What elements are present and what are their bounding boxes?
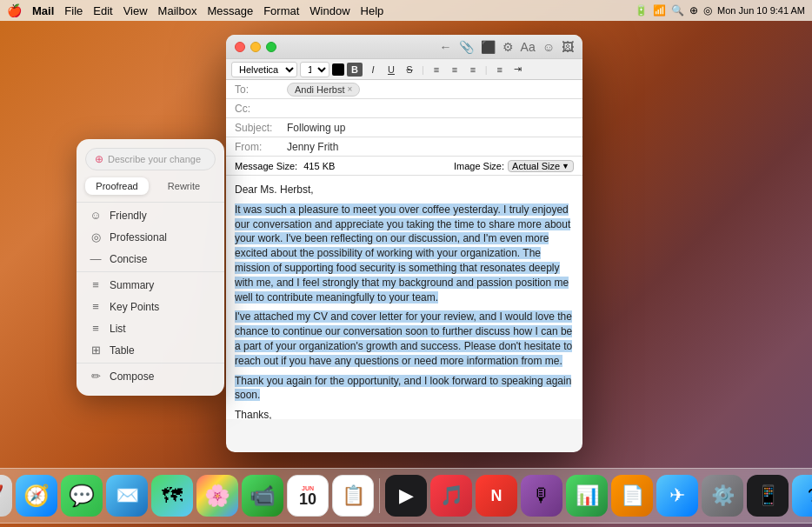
strikethrough-btn[interactable]: S [402,63,417,77]
selected-text-para2: I've attached my CV and cover letter for… [235,310,572,366]
ai-search-icon: ⊕ [95,153,103,165]
image-size-container: Image Size: Actual Size ▼ [454,160,574,172]
dock-item-calendar[interactable]: JUN 10 [287,475,329,517]
dock-item-numbers[interactable]: 📊 [566,475,608,517]
ai-item-label-concise: Concise [110,253,147,265]
menu-edit[interactable]: Edit [93,4,112,17]
compose-icon: ✏ [89,370,103,383]
color-swatch[interactable] [332,63,344,76]
desktop: 🍎 Mail File Edit View Mailbox Message Fo… [0,0,812,527]
close-button[interactable] [235,42,245,52]
compose-window: ← 📎 ⬛ ⚙ Aa ☺ 🖼 Helvetica 12 B I U S | ≡ [226,35,582,452]
dock-item-music[interactable]: 🎵 [430,475,472,517]
ai-item-table[interactable]: ⊞ Table [77,339,224,361]
maximize-button[interactable] [266,42,276,52]
dock-item-podcasts[interactable]: 🎙 [521,475,562,517]
siri-icon[interactable]: ◎ [703,4,712,17]
selected-text-para1: It was such a pleasure to meet you over … [235,203,570,304]
menubar: 🍎 Mail File Edit View Mailbox Message Fo… [0,0,812,21]
bold-btn[interactable]: B [347,63,363,77]
from-label: From: [235,141,287,153]
ai-item-friendly[interactable]: ☺ Friendly [77,204,224,226]
email-greeting: Dear Ms. Herbst, [235,183,574,197]
list-icon: ≡ [89,322,103,335]
message-size-text: Message Size: 415 KB [235,161,335,171]
dock-item-messages[interactable]: 💬 [61,475,103,517]
emoji-btn[interactable]: ☺ [542,40,555,54]
ai-item-label-table: Table [110,344,135,357]
dock-item-maps[interactable]: 🗺 [151,475,193,517]
italic-btn[interactable]: I [365,63,381,77]
app-name[interactable]: Mail [32,4,54,17]
list-btn[interactable]: ≡ [492,63,508,77]
recipient-tag[interactable]: Andi Herbst [287,83,360,97]
dock-item-appletv[interactable]: ▶ [385,475,427,517]
format-bar: Helvetica 12 B I U S | ≡ ≡ ≡ | ≡ ⇥ [226,59,582,80]
search-icon[interactable]: 🔍 [671,4,684,17]
message-size-label: Message Size: [235,161,297,171]
panel-btn[interactable]: ⬛ [481,40,496,54]
ai-item-concise[interactable]: — Concise [77,248,224,270]
subject-row: Subject: Following up [226,118,582,137]
tab-rewrite[interactable]: Rewrite [152,177,216,195]
dock-item-photos[interactable]: 🌸 [196,475,238,517]
battery-icon: 🔋 [635,4,648,17]
table-icon: ⊞ [89,344,103,357]
menu-view[interactable]: View [123,4,148,17]
align-center-btn[interactable]: ≡ [447,63,463,77]
attach-btn[interactable]: 📎 [459,40,474,54]
indent-btn[interactable]: ⇥ [510,63,526,77]
tab-proofread[interactable]: Proofread [85,177,149,195]
dock-item-unknown[interactable]: ? [792,475,812,517]
font-size-select[interactable]: 12 [300,62,329,77]
email-body[interactable]: Dear Ms. Herbst, It was such a pleasure … [226,176,582,419]
align-right-btn[interactable]: ≡ [465,63,481,77]
minimize-button[interactable] [250,42,261,52]
font-select[interactable]: Helvetica [231,62,297,77]
ai-item-keypoints[interactable]: ≡ Key Points [77,296,224,317]
settings-btn[interactable]: ⚙ [503,40,514,54]
menu-help[interactable]: Help [361,4,384,17]
image-size-label: Image Size: [454,161,504,171]
back-btn[interactable]: ← [440,40,452,54]
image-size-select[interactable]: Actual Size ▼ [508,160,574,172]
selected-text-para3: Thank you again for the opportunity, and… [235,375,571,402]
ai-search-box[interactable]: ⊕ Describe your change [85,148,216,170]
control-center-icon[interactable]: ⊕ [689,4,698,17]
ai-item-label-keypoints: Key Points [110,301,159,313]
menubar-left: 🍎 Mail File Edit View Mailbox Message Fo… [7,3,383,17]
ai-tab-row: Proofread Rewrite [85,177,216,195]
align-left-btn[interactable]: ≡ [429,63,444,77]
dock-item-iphone[interactable]: 📱 [747,475,789,517]
dock-item-news[interactable]: N [476,475,517,517]
underline-btn[interactable]: U [383,63,399,77]
dock-item-launchpad[interactable]: 🚀 [0,475,12,517]
dock-item-syspreferences[interactable]: ⚙️ [702,475,743,517]
dock-item-testflight[interactable]: ✈ [656,475,698,517]
menu-file[interactable]: File [64,4,83,17]
recipient-name: Andi Herbst [295,84,344,95]
dock-item-facetime[interactable]: 📹 [242,475,283,517]
menu-message[interactable]: Message [207,4,253,17]
professional-icon: ◎ [89,230,103,243]
menu-format[interactable]: Format [263,4,299,17]
ai-item-summary[interactable]: ≡ Summary [77,274,224,296]
dock-divider [379,478,380,513]
apple-menu[interactable]: 🍎 [7,3,22,17]
to-row: To: Andi Herbst [226,80,582,99]
wifi-icon: 📶 [653,4,666,17]
dock-item-reminders[interactable]: 📋 [332,475,374,517]
ai-item-compose[interactable]: ✏ Compose [77,365,224,387]
menu-window[interactable]: Window [309,4,349,17]
ai-panel: ⊕ Describe your change Proofread Rewrite… [77,139,224,396]
menu-mailbox[interactable]: Mailbox [158,4,197,17]
dock-item-mail[interactable]: ✉️ [106,475,148,517]
image-btn[interactable]: 🖼 [562,40,574,54]
ai-item-professional[interactable]: ◎ Professional [77,226,224,248]
ai-item-list[interactable]: ≡ List [77,317,224,339]
email-para1: It was such a pleasure to meet you over … [235,203,574,305]
dock-item-safari[interactable]: 🧭 [16,475,57,517]
font-btn[interactable]: Aa [521,40,536,54]
cc-label: Cc: [235,103,287,115]
dock-item-pages[interactable]: 📄 [611,475,653,517]
